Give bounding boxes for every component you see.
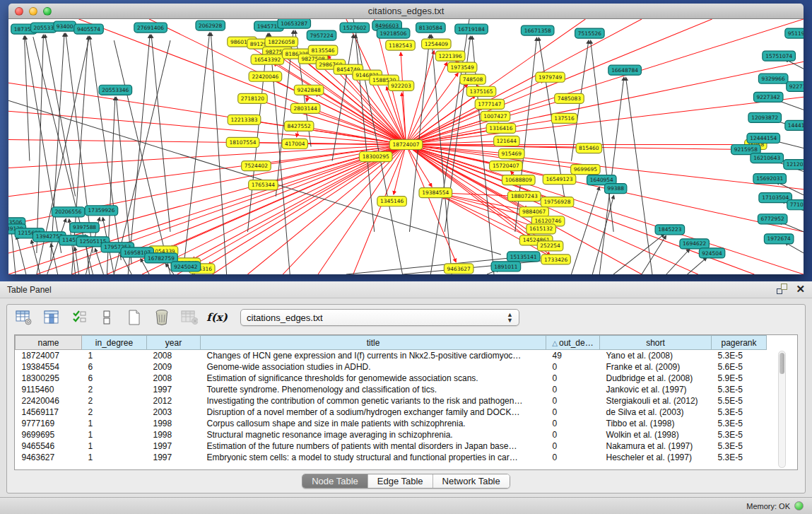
- graph-node[interactable]: 205533: [31, 23, 57, 33]
- graph-node[interactable]: 1375165: [466, 86, 496, 96]
- function-builder-button[interactable]: f(x): [208, 309, 225, 326]
- graph-node[interactable]: 93400: [54, 21, 76, 31]
- table-cell[interactable]: 22420046: [16, 395, 82, 407]
- table-cell[interactable]: 1: [82, 440, 147, 452]
- table-cell[interactable]: Estimation of the future numbers of pati…: [201, 440, 546, 452]
- table-cell[interactable]: 6: [82, 361, 147, 373]
- graph-node[interactable]: 9245042: [171, 262, 201, 271]
- graph-edge[interactable]: [151, 35, 170, 232]
- graph-node[interactable]: 15751074: [763, 51, 796, 61]
- graph-node[interactable]: 7524402: [242, 161, 271, 171]
- graph-node[interactable]: 9329966: [758, 74, 788, 83]
- table-cell[interactable]: 1: [82, 418, 147, 429]
- table-cell[interactable]: Franke et al. (2009): [600, 361, 712, 373]
- table-row[interactable]: 946554611997Estimation of the future num…: [16, 440, 767, 452]
- table-cell[interactable]: 1: [82, 350, 147, 361]
- graph-node[interactable]: 9227342: [753, 92, 783, 102]
- column-header-title[interactable]: title: [201, 336, 546, 350]
- table-cell[interactable]: 5.6E-5: [712, 361, 767, 373]
- table-cell[interactable]: 0: [546, 395, 600, 407]
- table-cell[interactable]: 9465546: [16, 440, 82, 452]
- graph-node[interactable]: 19384554: [419, 188, 452, 198]
- table-cell[interactable]: 18724007: [16, 350, 82, 361]
- close-panel-icon[interactable]: ✕: [796, 284, 805, 294]
- table-cell[interactable]: 9463627: [16, 452, 82, 463]
- graph-node[interactable]: 16210643: [751, 153, 784, 163]
- table-cell[interactable]: 0: [546, 418, 600, 429]
- graph-node[interactable]: 924504: [699, 248, 724, 258]
- table-cell[interactable]: 0: [546, 452, 600, 463]
- network-canvas[interactable]: 1872400718300295986012389129541822605898…: [8, 19, 804, 274]
- table-cell[interactable]: 6: [82, 373, 147, 384]
- tab-edge-table[interactable]: Edge Table: [368, 474, 433, 488]
- graph-node[interactable]: 18807243: [507, 192, 541, 201]
- graph-edge[interactable]: [406, 97, 804, 144]
- table-cell[interactable]: 9777169: [16, 418, 82, 429]
- graph-node[interactable]: 10653287: [278, 19, 311, 28]
- table-cell[interactable]: Tourette syndrome. Phenomenology and cla…: [201, 384, 546, 395]
- column-header-pagerank[interactable]: pagerank: [712, 336, 767, 350]
- graph-node[interactable]: 121202: [784, 160, 804, 170]
- table-cell[interactable]: 0: [546, 373, 600, 384]
- table-cell[interactable]: 18300295: [16, 373, 82, 384]
- graph-node[interactable]: 2062928: [196, 21, 225, 30]
- graph-node[interactable]: 16671358: [521, 25, 554, 35]
- graph-node[interactable]: 9884067: [519, 207, 549, 217]
- table-cell[interactable]: Structural magnetic resonance image aver…: [201, 429, 546, 440]
- table-cell[interactable]: 5.3E-5: [712, 384, 767, 395]
- table-settings-button[interactable]: [16, 309, 33, 326]
- graph-edge[interactable]: [251, 121, 406, 145]
- table-cell[interactable]: Yano et al. (2008): [600, 350, 712, 361]
- table-cell[interactable]: de Silva et al. (2003): [600, 407, 712, 418]
- graph-node[interactable]: 16719184: [455, 24, 488, 34]
- graph-edge[interactable]: [270, 144, 406, 182]
- graph-node[interactable]: 12093872: [748, 112, 782, 122]
- graph-edge[interactable]: [269, 33, 290, 274]
- table-cell[interactable]: Embryonic stem cells: a model to study s…: [201, 452, 546, 463]
- graph-node[interactable]: 9397588: [70, 223, 100, 233]
- tab-network-table[interactable]: Network Table: [433, 474, 510, 488]
- graph-node[interactable]: 17359926: [85, 206, 118, 216]
- tab-node-table[interactable]: Node Table: [302, 474, 368, 488]
- graph-node[interactable]: 1979749: [536, 72, 565, 82]
- table-cell[interactable]: 2009: [147, 361, 201, 373]
- graph-node[interactable]: 1972674: [764, 234, 794, 244]
- graph-node[interactable]: 922733: [787, 81, 804, 91]
- graph-node[interactable]: 2803144: [290, 103, 320, 113]
- graph-edge[interactable]: [24, 36, 30, 160]
- graph-node[interactable]: 1973549: [447, 62, 477, 72]
- table-cell[interactable]: Tibbo et al. (1998): [600, 418, 712, 429]
- show-column-button[interactable]: [43, 309, 60, 326]
- graph-node[interactable]: 1615132: [526, 224, 556, 234]
- graph-node[interactable]: 915469: [499, 149, 524, 159]
- table-cell[interactable]: 5.3E-5: [712, 418, 767, 429]
- graph-node[interactable]: 1527602: [340, 23, 370, 33]
- table-row[interactable]: 1938455462009Genome-wide association stu…: [16, 361, 767, 373]
- graph-edge[interactable]: [406, 62, 447, 144]
- table-cell[interactable]: Stergiakouli et al. (2012): [600, 395, 712, 407]
- table-cell[interactable]: Estimation of significance thresholds fo…: [201, 373, 546, 384]
- graph-node[interactable]: 922203: [388, 81, 413, 90]
- graph-node[interactable]: 1777147: [475, 99, 505, 109]
- table-cell[interactable]: 2012: [147, 395, 201, 407]
- graph-edge[interactable]: [16, 236, 26, 274]
- graph-node[interactable]: 12444154: [747, 133, 780, 143]
- table-cell[interactable]: Changes of HCN gene expression and I(f) …: [201, 350, 546, 361]
- graph-node[interactable]: 1182543: [386, 40, 416, 50]
- network-window-titlebar[interactable]: citations_edges.txt: [8, 4, 804, 19]
- graph-node[interactable]: 12213383: [228, 115, 261, 124]
- graph-node[interactable]: 1733426: [541, 255, 571, 264]
- graph-node[interactable]: 19218506: [377, 28, 410, 38]
- select-columns-button[interactable]: [71, 309, 88, 326]
- table-chooser-dropdown[interactable]: citations_edges.txt ▲▼: [240, 309, 519, 326]
- table-row[interactable]: 977716911998Corpus callosum shape and si…: [16, 418, 767, 429]
- graph-node[interactable]: 20553346: [99, 85, 132, 95]
- graph-node[interactable]: 7515526: [575, 28, 605, 38]
- table-cell[interactable]: 2003: [147, 407, 201, 418]
- graph-node[interactable]: 252254: [537, 241, 563, 251]
- table-row[interactable]: 946362711997Embryonic stem cells: a mode…: [16, 452, 767, 463]
- new-table-button[interactable]: [126, 309, 143, 326]
- network-graph[interactable]: 1872400718300295986012389129541822605898…: [8, 19, 804, 274]
- graph-node[interactable]: 144410: [785, 120, 804, 130]
- graph-edge[interactable]: [403, 260, 549, 274]
